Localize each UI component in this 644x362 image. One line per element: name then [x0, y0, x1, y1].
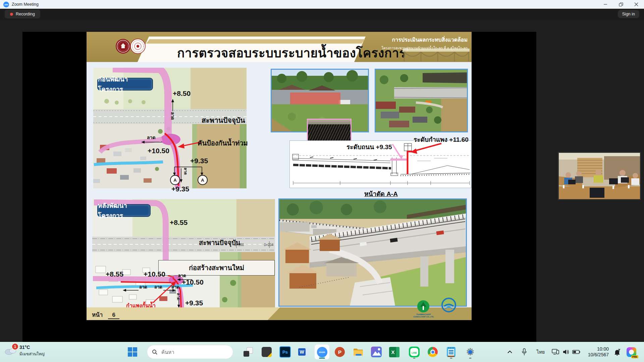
badge-before-development: ก่อนพัฒนาโครงการ	[97, 78, 153, 90]
zoom-icon: zoom	[317, 347, 327, 357]
tray-clock[interactable]: 10:00 10/6/2567	[581, 342, 609, 362]
search-icon	[152, 349, 157, 355]
clock-date: 10/6/2567	[581, 352, 609, 358]
taskbar-line[interactable]: LINE	[407, 345, 422, 359]
chevron-up-icon	[507, 351, 512, 353]
task-view-button[interactable]	[241, 345, 256, 359]
start-button[interactable]	[125, 345, 140, 359]
notification-badge: 1	[11, 343, 19, 350]
chrome-icon	[428, 347, 438, 357]
slope-label: ลาด	[139, 284, 147, 291]
close-button[interactable]	[629, 0, 644, 9]
copilot-preview-badge: PRE	[631, 355, 638, 358]
tray-volume[interactable]	[561, 342, 571, 362]
battery-icon	[572, 350, 580, 354]
close-icon	[634, 2, 638, 6]
running-indicator	[450, 358, 452, 359]
slope-label-vertical: ลาด	[169, 112, 176, 120]
temperature-label: 31°C	[19, 345, 45, 350]
site-photo-bridge-aerial	[375, 69, 468, 132]
participant-video-tile[interactable]	[558, 152, 641, 200]
meeting-stage: การตรวจสอบระบบระบายน้ำของโครงการ การประเ…	[0, 19, 644, 342]
gear-icon: ⚙	[465, 347, 476, 357]
microphone-icon	[522, 348, 527, 356]
taskbar-chrome[interactable]	[425, 345, 440, 359]
badge-after-development: หลังพัฒนาโครงการ	[97, 204, 151, 217]
meeting-room-video	[559, 153, 640, 199]
level-label: +9.35	[190, 157, 208, 165]
tray-notifications[interactable]	[612, 342, 623, 362]
zoom-toolbar: Recording Sign in	[0, 9, 644, 19]
page-label: หน้า	[92, 312, 103, 318]
task-view-icon	[244, 347, 253, 357]
tray-copilot[interactable]: PRE	[625, 342, 638, 362]
window-title: Zoom Meeting	[12, 2, 39, 7]
restore-icon	[619, 2, 623, 7]
tray-language-indicator[interactable]: ไทย	[534, 342, 547, 362]
tray-battery[interactable]	[571, 342, 582, 362]
new-bridge-construction-box: ก่อสร้างสะพานใหม่	[158, 260, 275, 276]
running-indicator	[469, 358, 472, 359]
taskbar-settings[interactable]: ⚙	[463, 345, 478, 359]
road-level-label: ระดับถนน +9.35	[346, 142, 392, 152]
window-titlebar: zm Zoom Meeting	[0, 0, 644, 9]
level-label: +9.35	[171, 185, 189, 193]
bell-dnd-icon	[613, 348, 621, 356]
section-caption: หน้าตัด A-A	[364, 189, 398, 199]
display-devices-icon	[552, 349, 559, 355]
taskbar-notepad[interactable]	[444, 345, 459, 359]
taskbar-file-explorer[interactable]	[351, 345, 366, 359]
minimize-icon	[603, 2, 607, 6]
copilot-icon: PRE	[627, 347, 636, 357]
notepad-icon	[446, 346, 456, 358]
section-marker-a: A	[198, 175, 208, 185]
slide-header: การตรวจสอบระบบระบายน้ำของโครงการ การประเ…	[87, 32, 472, 62]
level-label: +8.55	[170, 219, 187, 227]
weather-widget[interactable]: 1 31°C มีเมฆส่วนใหญ่	[4, 345, 45, 357]
level-label: +8.50	[173, 89, 191, 98]
clock-time: 10:00	[581, 346, 609, 352]
taskbar-zoom-active[interactable]: zoom	[315, 345, 329, 359]
consultant-logo-green	[417, 300, 430, 314]
flood-dike-label: คันป้องกันน้ำท่วม	[198, 138, 248, 148]
slope-label-vertical: ลาด	[182, 168, 189, 175]
slope-label: ลาด	[171, 284, 179, 291]
taskbar-excel[interactable]: X	[387, 345, 401, 359]
taskbar-word[interactable]: W	[296, 345, 311, 359]
tray-microphone[interactable]	[519, 342, 529, 362]
consultant-logo-blue	[441, 298, 456, 314]
restore-button[interactable]	[613, 0, 629, 9]
photos-icon	[371, 347, 382, 357]
taskbar-sticky-notes[interactable]	[259, 345, 274, 359]
excel-icon: X	[389, 347, 399, 357]
consultant-name-1: THAMMACHART	[407, 313, 440, 316]
recording-label: Recording	[16, 12, 35, 16]
recording-dot-icon	[10, 13, 13, 16]
level-label: +10.50	[182, 278, 204, 286]
agency-emblem-2	[130, 39, 146, 55]
slide-title: การตรวจสอบระบบระบายน้ำของโครงการ	[177, 43, 406, 63]
tray-overflow-chevron[interactable]	[505, 342, 515, 362]
search-box[interactable]	[147, 345, 233, 359]
line-icon: LINE	[409, 347, 420, 357]
sign-in-button[interactable]: Sign in	[618, 10, 639, 18]
taskbar-powerpoint[interactable]: P	[332, 345, 347, 359]
recording-indicator[interactable]: Recording	[5, 10, 40, 18]
map-after-panel: หลังพัฒนาโครงการ +8.55 สะพานปัจจุบัน 0+2…	[92, 199, 275, 307]
running-indicator	[413, 358, 416, 359]
windows-logo-icon	[127, 347, 138, 357]
section-marker-a: A	[170, 175, 180, 185]
tray-display-icon[interactable]	[550, 342, 561, 362]
level-label: +10.50	[144, 270, 165, 278]
page-number: 6	[108, 312, 119, 319]
zoom-app-icon: zm	[3, 2, 9, 7]
project-subheading: โครงการสะพานคู่ขนานข้ามแม่น้ำโก-ลก ที่ อ…	[381, 45, 468, 51]
search-input[interactable]	[161, 349, 222, 355]
speaker-icon	[563, 349, 570, 355]
taskbar-photoshop[interactable]: Ps	[278, 345, 292, 359]
taskbar-photos[interactable]	[369, 345, 384, 359]
word-icon: W	[298, 347, 309, 357]
file-explorer-icon	[353, 347, 364, 357]
powerpoint-icon: P	[335, 347, 345, 357]
minimize-button[interactable]	[598, 0, 613, 9]
